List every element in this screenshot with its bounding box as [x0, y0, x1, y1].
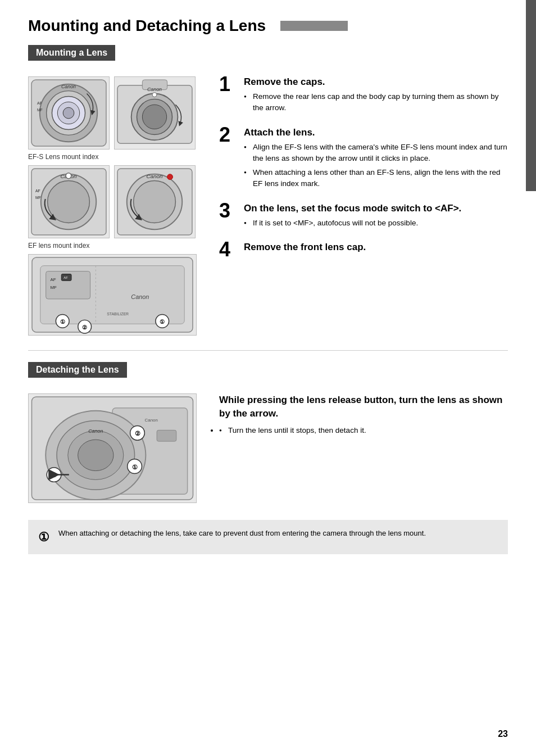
svg-text:Canon: Canon	[145, 418, 158, 423]
svg-point-49	[78, 440, 113, 470]
svg-text:AF: AF	[37, 101, 42, 105]
svg-text:STABILIZER: STABILIZER	[107, 312, 129, 316]
step-1-title: Remove the caps.	[244, 76, 508, 88]
svg-rect-58	[157, 430, 176, 441]
step-2: 2 Attach the lens. Align the EF-S lens w…	[219, 127, 508, 193]
svg-text:AF: AF	[51, 277, 56, 282]
title-decoration-bar	[280, 21, 348, 31]
step-2-title: Attach the lens.	[244, 127, 508, 138]
svg-text:Canon: Canon	[147, 87, 162, 92]
svg-text:①: ①	[132, 464, 138, 470]
mounting-images: Canon AF MF	[28, 76, 202, 339]
section-divider	[28, 350, 508, 351]
step-4-title: Remove the front lens cap.	[244, 242, 366, 253]
step-2-bullets: Align the EF-S lens with the camera's wh…	[244, 142, 508, 190]
svg-text:MF: MF	[51, 285, 57, 290]
detaching-content: Canon ③ ② ① Canon	[28, 393, 508, 503]
svg-text:Canon: Canon	[61, 84, 76, 89]
step-3-bullets: If it is set to <MF>, autofocus will not…	[244, 218, 461, 229]
svg-point-5	[63, 107, 74, 119]
mounting-steps: 1 Remove the caps. Remove the rear lens …	[219, 76, 508, 339]
image-label-ef: EF lens mount index	[28, 242, 202, 250]
detaching-instructions: While pressing the lens release button, …	[219, 393, 508, 503]
mounting-heading: Mounting a Lens	[28, 45, 115, 61]
detaching-section: Detaching the Lens Canon	[28, 362, 508, 503]
svg-text:AF: AF	[63, 276, 68, 279]
detaching-heading: Detaching the Lens	[28, 362, 127, 378]
ef-mount-image: Canon	[114, 165, 196, 238]
step-2-number: 2	[219, 125, 237, 145]
main-title-text: Mounting and Detaching a Lens	[28, 17, 266, 35]
step-1-number: 1	[219, 74, 237, 94]
step-3-bullet-1: If it is set to <MF>, autofocus will not…	[244, 218, 461, 229]
step-2-bullet-2: When attaching a lens other than an EF-S…	[244, 167, 508, 190]
warning-icon: ①	[38, 528, 52, 546]
step-2-content: Attach the lens. Align the EF-S lens wit…	[244, 127, 508, 193]
step-3: 3 On the lens, set the focus mode switch…	[219, 203, 508, 232]
step-1-bullets: Remove the rear lens cap and the body ca…	[244, 91, 508, 114]
detaching-image-area: Canon ③ ② ① Canon	[28, 393, 202, 503]
mounting-content: Canon AF MF	[28, 76, 508, 339]
detaching-bullet-1: ●Turn the lens until it stops, then deta…	[219, 425, 508, 436]
side-accent-bar	[526, 0, 536, 191]
svg-point-20	[66, 173, 71, 179]
image-row-2: Canon AF MF	[28, 165, 202, 238]
image-label-efs: EF-S Lens mount index	[28, 153, 202, 161]
svg-point-25	[134, 181, 176, 223]
svg-text:MF: MF	[35, 196, 41, 200]
step-2-bullet-1: Align the EF-S lens with the camera's wh…	[244, 142, 508, 165]
focus-switch-image: AF MF AF Canon ① ② ①	[28, 254, 197, 336]
svg-point-27	[167, 174, 173, 180]
step-4-content: Remove the front lens cap.	[244, 242, 366, 256]
step-4-number: 4	[219, 239, 237, 260]
svg-text:MF: MF	[37, 108, 43, 112]
step-3-title: On the lens, set the focus mode switch t…	[244, 203, 461, 214]
main-title: Mounting and Detaching a Lens	[28, 17, 508, 35]
svg-text:①: ①	[60, 319, 65, 325]
warning-box: ① When attaching or detaching the lens, …	[28, 520, 508, 554]
svg-text:②: ②	[82, 324, 87, 331]
detaching-instruction-title: While pressing the lens release button, …	[219, 393, 508, 420]
svg-text:Canon: Canon	[147, 173, 163, 179]
lens-image: Canon AF MF	[28, 76, 110, 150]
camera-body-image: Canon	[114, 76, 196, 150]
detaching-bullets: ●Turn the lens until it stops, then deta…	[219, 425, 508, 436]
image-row-3: AF MF AF Canon ① ② ①	[28, 254, 202, 336]
svg-text:AF: AF	[35, 189, 40, 193]
svg-point-13	[142, 105, 166, 129]
svg-point-15	[152, 93, 157, 97]
detaching-image: Canon ③ ② ① Canon	[28, 393, 197, 503]
page-number: 23	[498, 729, 508, 739]
svg-point-18	[48, 181, 90, 223]
svg-text:①: ①	[160, 319, 165, 325]
step-3-number: 3	[219, 201, 237, 221]
step-1-content: Remove the caps. Remove the rear lens ca…	[244, 76, 508, 117]
efs-mount-image: Canon AF MF	[28, 165, 110, 238]
step-3-content: On the lens, set the focus mode switch t…	[244, 203, 461, 232]
step-1-bullet-1: Remove the rear lens cap and the body ca…	[244, 91, 508, 114]
mounting-section: Mounting a Lens	[28, 45, 508, 339]
step-4: 4 Remove the front lens cap.	[219, 242, 508, 260]
step-1: 1 Remove the caps. Remove the rear lens …	[219, 76, 508, 117]
svg-text:②: ②	[135, 430, 140, 437]
image-row-1: Canon AF MF	[28, 76, 202, 150]
svg-text:Canon: Canon	[88, 428, 103, 434]
warning-text: When attaching or detaching the lens, ta…	[58, 528, 426, 539]
svg-text:Canon: Canon	[131, 293, 149, 300]
